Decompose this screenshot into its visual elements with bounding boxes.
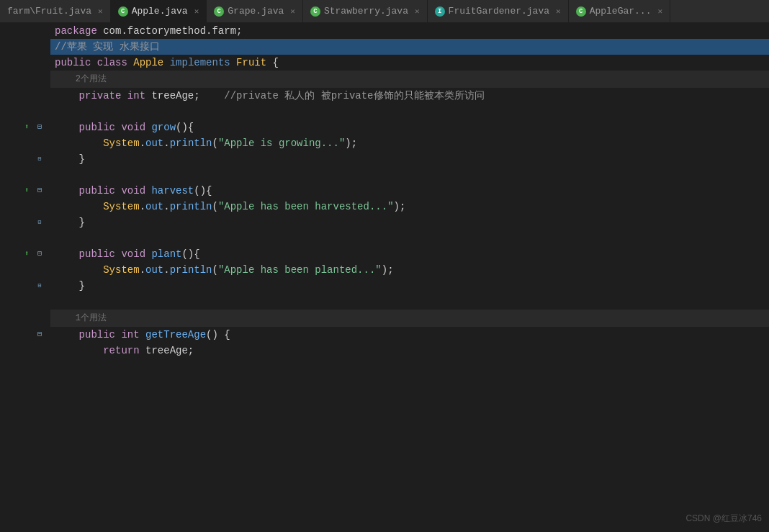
code-grow-body: System.out.println("Apple is growing..."… (50, 135, 769, 151)
tab-applegardener-java[interactable]: C AppleGar... ✕ (569, 0, 670, 22)
line-empty-3 (0, 294, 769, 310)
editor-area: package com.factorymethod.farm; //苹果 实现 … (0, 23, 769, 532)
tab-icon-strawberry: C (310, 6, 320, 17)
code-editor[interactable]: package com.factorymethod.farm; //苹果 实现 … (0, 23, 769, 532)
gutter-6 (0, 104, 50, 120)
tab-close-apple[interactable]: ✕ (194, 6, 199, 16)
tab-close-fruitgardener[interactable]: ✕ (556, 6, 561, 16)
tab-label-grape: Grape.java (228, 6, 284, 17)
tab-apple-java[interactable]: C Apple.java ✕ (111, 0, 207, 22)
line-empty-1 (0, 167, 769, 183)
gutter-empty-3 (0, 294, 50, 310)
line-grow-close: ⊟ } (0, 151, 769, 167)
gutter-5 (0, 88, 50, 104)
line-5: private int treeAge; //private 私人的 被priv… (0, 88, 769, 104)
gutter-empty-2 (0, 230, 50, 246)
code-plant-close: } (50, 278, 769, 294)
override-icon-plant: ⬆ (22, 249, 32, 259)
gutter-harvest-close: ⊟ (0, 215, 50, 230)
bookmark-icon-plant: ⊟ (35, 249, 45, 259)
gutter-3 (0, 55, 50, 71)
tab-fruit-java[interactable]: farm\Fruit.java ✕ (0, 0, 111, 22)
tab-grape-java[interactable]: C Grape.java ✕ (207, 0, 303, 22)
line-hint-2: 1个用法 (0, 310, 769, 327)
code-return: return treeAge; (50, 343, 769, 359)
gutter-return (0, 343, 50, 359)
bookmark-icon-harvest: ⊟ (35, 186, 45, 196)
code-hint-2: 1个用法 (50, 310, 769, 327)
gutter-grow-close: ⊟ (0, 151, 50, 167)
gutter-plant-body (0, 262, 50, 278)
code-empty-2 (50, 230, 769, 246)
bookmark-icon-grow: ⊟ (35, 122, 45, 132)
gutter-hint-1 (0, 71, 50, 88)
line-hint-1: 2个用法 (0, 71, 769, 88)
code-3: public class Apple implements Fruit { (50, 55, 769, 71)
line-harvest-decl: ⬆ ⊟ public void harvest(){ (0, 183, 769, 199)
tab-close-applegardener[interactable]: ✕ (657, 6, 662, 16)
override-icon-harvest: ⬆ (22, 186, 32, 196)
code-2: //苹果 实现 水果接口 (50, 39, 769, 55)
code-1: package com.factorymethod.farm; (50, 23, 769, 39)
code-gettreeage-decl: public int getTreeAge() { (50, 327, 769, 343)
tab-close-icon[interactable]: ✕ (98, 6, 103, 16)
line-harvest-close: ⊟ } (0, 215, 769, 230)
watermark: CSDN @红豆冰746 (685, 513, 762, 525)
code-empty-3 (50, 294, 769, 310)
tab-bar: farm\Fruit.java ✕ C Apple.java ✕ C Grape… (0, 0, 769, 23)
line-harvest-body: System.out.println("Apple has been harve… (0, 199, 769, 215)
tab-label-fruitgardener: FruitGardener.java (449, 6, 549, 17)
tab-icon-apple: C (118, 6, 128, 17)
fold-icon-grow[interactable]: ⊟ (35, 154, 45, 164)
gutter-hint-2 (0, 310, 50, 327)
gutter-2 (0, 39, 50, 55)
code-6 (50, 104, 769, 120)
line-gettreeage-decl: ⊟ public int getTreeAge() { (0, 327, 769, 343)
bookmark-icon-gettreeage: ⊟ (35, 330, 45, 340)
code-5: private int treeAge; //private 私人的 被priv… (50, 88, 769, 104)
line-6 (0, 104, 769, 120)
fold-icon-plant[interactable]: ⊟ (35, 281, 45, 291)
gutter-harvest: ⬆ ⊟ (0, 183, 50, 199)
tab-icon-applegardener: C (576, 6, 586, 17)
code-hint-1: 2个用法 (50, 71, 769, 88)
gutter-gettreeage: ⊟ (0, 327, 50, 343)
gutter-plant: ⬆ ⊟ (0, 246, 50, 262)
line-empty-2 (0, 230, 769, 246)
code-empty-1 (50, 167, 769, 183)
gutter-plant-close: ⊟ (0, 278, 50, 294)
code-plant-body: System.out.println("Apple has been plant… (50, 262, 769, 278)
tab-close-strawberry[interactable]: ✕ (415, 6, 420, 16)
line-2: //苹果 实现 水果接口 (0, 39, 769, 55)
code-harvest-close: } (50, 215, 769, 230)
tab-label-applegardener: AppleGar... (590, 6, 652, 17)
gutter-empty-1 (0, 167, 50, 183)
gutter-grow-body (0, 135, 50, 151)
tab-label-strawberry: Strawberry.java (324, 6, 408, 17)
line-plant-body: System.out.println("Apple has been plant… (0, 262, 769, 278)
line-plant-close: ⊟ } (0, 278, 769, 294)
code-grow-decl: public void grow(){ (50, 120, 769, 135)
tab-fruitgardener-java[interactable]: I FruitGardener.java ✕ (428, 0, 569, 22)
override-icon-grow: ⬆ (22, 122, 32, 132)
gutter-1 (0, 23, 50, 39)
tab-close-grape[interactable]: ✕ (290, 6, 295, 16)
code-plant-decl: public void plant(){ (50, 246, 769, 262)
line-plant-decl: ⬆ ⊟ public void plant(){ (0, 246, 769, 262)
line-return: return treeAge; (0, 343, 769, 359)
line-grow-decl: ⬆ ⊟ public void grow(){ (0, 120, 769, 135)
tab-label-apple: Apple.java (132, 6, 188, 17)
gutter-grow: ⬆ ⊟ (0, 120, 50, 135)
tab-label: farm\Fruit.java (7, 6, 91, 17)
tab-icon-grape: C (214, 6, 224, 17)
code-harvest-body: System.out.println("Apple has been harve… (50, 199, 769, 215)
fold-icon-harvest[interactable]: ⊟ (35, 217, 45, 227)
line-3: public class Apple implements Fruit { (0, 55, 769, 71)
tab-icon-fruitgardener: I (435, 6, 445, 17)
line-grow-body: System.out.println("Apple is growing..."… (0, 135, 769, 151)
gutter-harvest-body (0, 199, 50, 215)
code-grow-close: } (50, 151, 769, 167)
code-harvest-decl: public void harvest(){ (50, 183, 769, 199)
tab-strawberry-java[interactable]: C Strawberry.java ✕ (303, 0, 428, 22)
line-1: package com.factorymethod.farm; (0, 23, 769, 39)
